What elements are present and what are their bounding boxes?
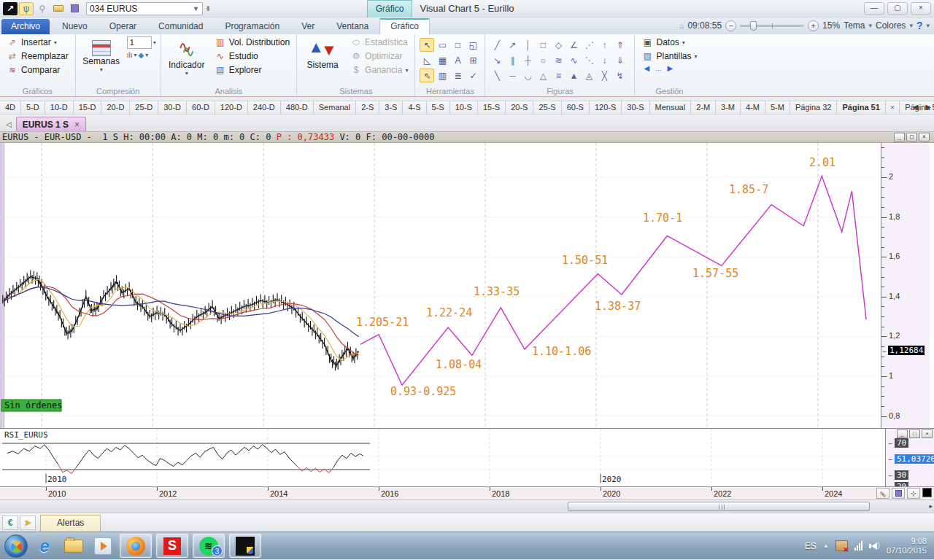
minimize-button[interactable]: — [864,2,884,15]
price-chart-canvas[interactable]: 1.205-210.93-0.9251.22-241.08-041.33-351… [0,143,881,428]
chevron-down-icon[interactable]: ▾ [134,52,136,58]
paint-icon[interactable]: ◆ [139,51,144,59]
rsi-minimize-button[interactable]: _ [897,429,908,438]
chevron-down-icon[interactable]: ▾ [145,52,148,58]
text-tool-icon[interactable]: A [450,53,465,67]
language-indicator[interactable]: ES [805,541,817,551]
pitchfork-icon[interactable]: ◬ [582,69,596,82]
semanas-button[interactable]: Semanas ▾ [80,36,123,86]
document-tab-eurus[interactable]: EURUS 1 S × [16,117,86,131]
main-chart-pane[interactable]: 1.205-210.93-0.9251.22-241.08-041.33-351… [0,143,934,428]
network-error-icon[interactable] [835,540,848,551]
internet-explorer-icon[interactable]: e [32,534,57,558]
fib-levels-icon[interactable]: ≡ [551,69,566,82]
optimizar-button[interactable]: ⚙Optimizar [348,50,410,62]
speaker-icon[interactable]: ) [869,542,880,550]
alert-horn-icon[interactable]: ➤ [20,516,36,530]
pane-minimize-button[interactable]: _ [894,133,905,141]
ellipse-figure-icon[interactable]: ○ [536,53,550,67]
symbol-combobox[interactable]: 034 EURUS ▼ [86,2,203,15]
hruler-tool-icon[interactable]: ▦ [435,53,449,67]
signal-bars-icon[interactable] [854,541,862,551]
zoom-slider-thumb[interactable] [750,21,757,31]
arrow-line-icon[interactable]: ↗ [505,38,520,52]
time-axis[interactable]: ∿∿ ⊹ 20102012201420162018202020222024 [0,486,934,499]
help-button[interactable]: ? [916,20,923,31]
menu-tab-gráfico[interactable]: Gráfico [379,18,430,34]
price-axis[interactable]: 21,81,61,41,210,8←1,12684 [881,143,930,428]
background-color-swatch[interactable] [922,488,932,497]
horizontal-line-icon[interactable]: ─ [505,69,520,82]
comparar-button[interactable]: ≋Comparar [4,64,71,76]
pane-maximize-button[interactable]: □ [906,133,917,141]
firefox-taskbar-button[interactable] [120,534,152,558]
timeframe-tab-20-d[interactable]: 20-D [101,101,130,114]
ganancia-button[interactable]: $Ganancia▾ [348,64,410,76]
menu-tab-programación[interactable]: Programación [214,19,290,34]
timeframe-tab-2-s[interactable]: 2-S [356,101,379,114]
trend-down-line-icon[interactable]: ↘ [490,53,504,67]
gestion-nav-dots[interactable]: ... [655,64,661,72]
connection-icon[interactable]: ψ [19,2,34,15]
bolt-figure-icon[interactable]: ↯ [612,69,627,82]
curve-figure-icon[interactable]: ∿ [566,53,581,67]
cross-line-icon[interactable]: ┼ [520,53,535,67]
arrow-down-figure-icon[interactable]: ↓ [597,53,611,67]
timeframe-tab-5-m[interactable]: 5-M [765,101,790,114]
bars-tool-icon[interactable]: ≣ [450,69,465,82]
spotify-taskbar-button[interactable]: ≋ 3 [193,534,225,558]
zoom-out-button[interactable]: − [725,20,736,31]
timeframe-tab-30-d[interactable]: 30-D [158,101,187,114]
close-icon[interactable]: × [74,120,80,130]
timeframe-tab-15-s[interactable]: 15-S [478,101,506,114]
timeframe-tab-10-s[interactable]: 10-S [450,101,478,114]
timeframe-tab-3-m[interactable]: 3-M [716,101,741,114]
measure-tool-icon[interactable]: ▭ [435,38,449,52]
insertar-button[interactable]: ⇗Insertar▾ [4,36,71,48]
menu-tab-ver[interactable]: Ver [290,19,325,34]
arc-figure-icon[interactable]: ◡ [520,69,535,82]
close-icon[interactable]: × [886,101,900,114]
vertical-line-icon[interactable]: │ [520,38,535,52]
colors-menu[interactable]: Colores [876,20,906,31]
select-pointer-tool-icon[interactable]: ⇖ [420,69,434,82]
taskbar-clock[interactable]: 9:08 07/10/2015 [887,537,930,556]
apply-tool-icon[interactable]: ✓ [466,69,480,82]
pointer-tool-icon[interactable]: ↖ [420,38,434,52]
timeframe-tab-15-d[interactable]: 15-D [74,101,102,114]
s-app-taskbar-button[interactable]: S [156,534,188,558]
zoom-slider[interactable] [740,25,804,27]
menu-tab-comunidad[interactable]: Comunidad [147,19,214,34]
rsi-pane[interactable]: RSI_EURUS20102020 ←70←51,03726←30←20 _ □… [0,428,934,486]
explorer-button[interactable]: ▤Explorer [212,64,292,76]
pane-close-button[interactable]: × [919,133,930,141]
menu-tab-nuevo[interactable]: Nuevo [51,19,99,34]
window-tool-icon[interactable]: ⊞ [466,53,480,67]
file-explorer-icon[interactable] [61,534,86,558]
media-player-icon[interactable] [90,534,115,558]
timeframe-tab-5-d[interactable]: 5-D [21,101,45,114]
column-tool-icon[interactable]: ▥ [435,69,449,82]
tray-expand-icon[interactable]: ▲ [823,542,829,549]
scrollbar-thumb[interactable] [568,502,870,511]
timeframe-tab-10-d[interactable]: 10-D [45,101,74,114]
save-icon[interactable] [67,2,82,15]
start-button[interactable] [4,534,28,558]
timeframe-tab-480-d[interactable]: 480-D [281,101,314,114]
chevron-down-icon[interactable]: ▼ [193,5,199,12]
candles-icon[interactable]: ılı [127,51,133,59]
timeframe-tab-4-m[interactable]: 4-M [741,101,765,114]
plantillas-button[interactable]: ▨Plantillas▾ [639,50,699,62]
rsi-close-button[interactable]: × [922,429,933,438]
gestion-nav-right-icon[interactable]: ▶ [668,64,674,72]
rsi-maximize-button[interactable]: □ [909,429,920,438]
timeframe-tab-semanal[interactable]: Semanal [314,101,356,114]
estadistica-button[interactable]: ⬭Estadística [348,36,410,48]
arrow-up-figure-icon[interactable]: ↑ [597,38,611,52]
dotted-down-icon[interactable]: ⋱ [582,53,596,67]
trend-line-2-icon[interactable]: ╲ [490,69,504,82]
pin-icon[interactable]: ⊹ [907,488,920,499]
estudio-button[interactable]: ∿Estudio [212,50,292,62]
timeframe-tab-mensual[interactable]: Mensual [650,101,692,114]
doc-nav-left-icon[interactable]: ◁ [1,120,16,131]
